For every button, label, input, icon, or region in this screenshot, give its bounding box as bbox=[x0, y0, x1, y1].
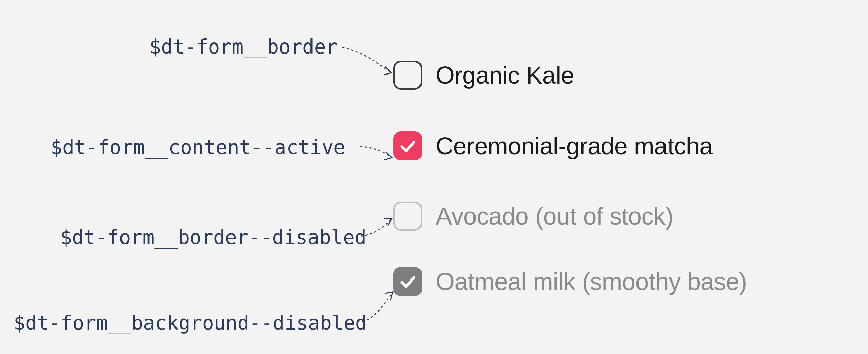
checkbox-unchecked[interactable] bbox=[393, 61, 422, 90]
checkbox-label: Avocado (out of stock) bbox=[436, 204, 673, 228]
arrow-form-border bbox=[0, 0, 868, 354]
checkbox-checked-disabled[interactable] bbox=[393, 267, 422, 296]
checkbox-unchecked-disabled[interactable] bbox=[393, 202, 422, 231]
token-form-background-disabled: $dt-form__background--disabled bbox=[13, 312, 367, 334]
check-icon bbox=[398, 272, 417, 291]
checkbox-row-organic-kale: Organic Kale bbox=[393, 61, 574, 90]
checkbox-checked-active[interactable] bbox=[393, 131, 422, 160]
diagram-canvas: Organic Kale Ceremonial-grade matcha Avo… bbox=[0, 0, 868, 354]
arrow-form-background-disabled bbox=[0, 0, 868, 354]
checkbox-label: Oatmeal milk (smoothy base) bbox=[436, 269, 747, 294]
token-form-border: $dt-form__border bbox=[149, 35, 338, 58]
check-icon bbox=[398, 136, 417, 156]
checkbox-row-avocado: Avocado (out of stock) bbox=[393, 202, 673, 231]
checkbox-label: Ceremonial-grade matcha bbox=[436, 134, 713, 158]
token-form-content-active: $dt-form__content--active bbox=[51, 136, 345, 159]
arrow-form-content-active bbox=[0, 0, 868, 354]
checkbox-row-matcha: Ceremonial-grade matcha bbox=[393, 131, 713, 160]
checkbox-row-oatmeal: Oatmeal milk (smoothy base) bbox=[393, 267, 747, 296]
arrow-form-border-disabled bbox=[0, 0, 868, 354]
checkbox-label: Organic Kale bbox=[436, 63, 574, 87]
token-form-border-disabled: $dt-form__border--disabled bbox=[60, 226, 367, 249]
